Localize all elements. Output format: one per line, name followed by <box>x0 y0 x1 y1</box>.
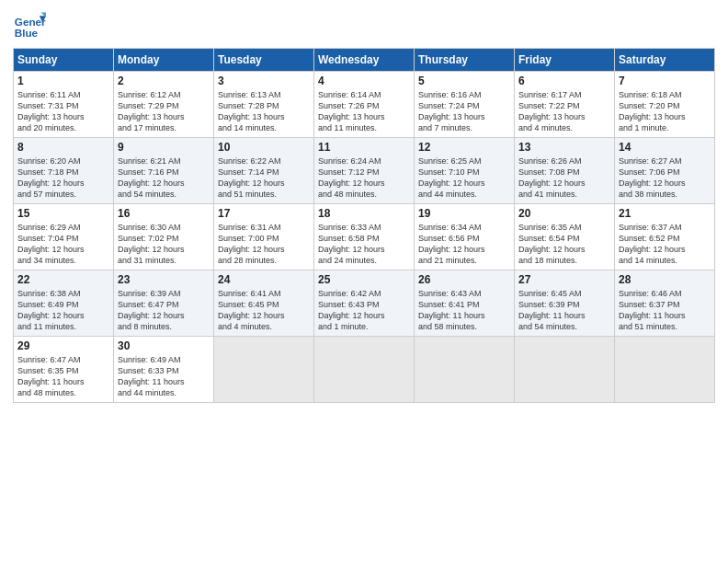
calendar-cell: 8Sunrise: 6:20 AMSunset: 7:18 PMDaylight… <box>14 138 114 204</box>
cell-info: Sunrise: 6:17 AMSunset: 7:22 PMDaylight:… <box>518 89 610 134</box>
day-number: 26 <box>418 273 510 286</box>
cell-info: Sunrise: 6:14 AMSunset: 7:26 PMDaylight:… <box>318 89 410 134</box>
day-number: 13 <box>518 141 610 154</box>
cell-info: Sunrise: 6:31 AMSunset: 7:00 PMDaylight:… <box>218 222 310 267</box>
day-number: 2 <box>118 75 210 87</box>
cell-info: Sunrise: 6:13 AMSunset: 7:28 PMDaylight:… <box>218 89 310 134</box>
cell-info: Sunrise: 6:49 AMSunset: 6:33 PMDaylight:… <box>118 354 210 399</box>
day-number: 20 <box>518 207 610 220</box>
svg-text:Blue: Blue <box>15 27 39 39</box>
calendar-cell: 21Sunrise: 6:37 AMSunset: 6:52 PMDayligh… <box>615 204 715 270</box>
calendar-cell: 13Sunrise: 6:26 AMSunset: 7:08 PMDayligh… <box>515 138 615 204</box>
day-number: 24 <box>218 273 310 286</box>
cell-info: Sunrise: 6:33 AMSunset: 6:58 PMDaylight:… <box>318 222 410 267</box>
cell-info: Sunrise: 6:25 AMSunset: 7:10 PMDaylight:… <box>418 155 510 201</box>
calendar-cell: 10Sunrise: 6:22 AMSunset: 7:14 PMDayligh… <box>214 138 314 204</box>
cell-info: Sunrise: 6:12 AMSunset: 7:29 PMDaylight:… <box>118 89 210 134</box>
day-header-wednesday: Wednesday <box>314 49 415 72</box>
calendar-cell: 3Sunrise: 6:13 AMSunset: 7:28 PMDaylight… <box>214 72 314 138</box>
cell-info: Sunrise: 6:22 AMSunset: 7:14 PMDaylight:… <box>218 155 310 201</box>
calendar-week-1: 1Sunrise: 6:11 AMSunset: 7:31 PMDaylight… <box>14 72 715 138</box>
day-number: 14 <box>619 141 711 154</box>
calendar-cell: 18Sunrise: 6:33 AMSunset: 6:58 PMDayligh… <box>314 204 415 270</box>
cell-info: Sunrise: 6:26 AMSunset: 7:08 PMDaylight:… <box>518 155 610 201</box>
header-row: General Blue <box>13 9 715 42</box>
calendar-cell: 15Sunrise: 6:29 AMSunset: 7:04 PMDayligh… <box>14 204 114 270</box>
calendar-cell: 12Sunrise: 6:25 AMSunset: 7:10 PMDayligh… <box>415 138 515 204</box>
cell-info: Sunrise: 6:37 AMSunset: 6:52 PMDaylight:… <box>619 222 711 267</box>
cell-info: Sunrise: 6:43 AMSunset: 6:41 PMDaylight:… <box>418 288 510 333</box>
calendar-cell: 17Sunrise: 6:31 AMSunset: 7:00 PMDayligh… <box>214 204 314 270</box>
cell-info: Sunrise: 6:30 AMSunset: 7:02 PMDaylight:… <box>118 222 210 267</box>
day-number: 3 <box>218 75 310 87</box>
cell-info: Sunrise: 6:24 AMSunset: 7:12 PMDaylight:… <box>318 155 410 201</box>
day-number: 22 <box>17 273 109 286</box>
calendar-cell: 27Sunrise: 6:45 AMSunset: 6:39 PMDayligh… <box>515 270 615 337</box>
calendar-cell: 4Sunrise: 6:14 AMSunset: 7:26 PMDaylight… <box>314 72 415 138</box>
calendar-cell: 1Sunrise: 6:11 AMSunset: 7:31 PMDaylight… <box>14 72 114 138</box>
day-number: 4 <box>318 75 410 87</box>
day-number: 27 <box>518 273 610 286</box>
cell-info: Sunrise: 6:42 AMSunset: 6:43 PMDaylight:… <box>318 288 410 333</box>
day-number: 15 <box>17 207 109 220</box>
day-number: 28 <box>619 273 711 286</box>
day-number: 11 <box>318 141 410 154</box>
day-header-friday: Friday <box>515 49 615 72</box>
cell-info: Sunrise: 6:29 AMSunset: 7:04 PMDaylight:… <box>17 222 109 267</box>
day-number: 12 <box>418 141 510 154</box>
calendar-week-4: 22Sunrise: 6:38 AMSunset: 6:49 PMDayligh… <box>14 270 715 337</box>
logo: General Blue <box>13 9 46 42</box>
day-header-sunday: Sunday <box>14 49 114 72</box>
calendar-cell: 24Sunrise: 6:41 AMSunset: 6:45 PMDayligh… <box>214 270 314 337</box>
day-number: 8 <box>17 141 109 154</box>
day-number: 23 <box>118 273 210 286</box>
day-number: 30 <box>118 339 210 352</box>
calendar-cell: 14Sunrise: 6:27 AMSunset: 7:06 PMDayligh… <box>615 138 715 204</box>
cell-info: Sunrise: 6:27 AMSunset: 7:06 PMDaylight:… <box>619 155 711 201</box>
calendar-week-5: 29Sunrise: 6:47 AMSunset: 6:35 PMDayligh… <box>14 337 715 403</box>
calendar-cell <box>515 337 615 403</box>
page-container: General Blue SundayMondayTuesdayWednesda… <box>0 0 728 410</box>
day-number: 18 <box>318 207 410 220</box>
cell-info: Sunrise: 6:34 AMSunset: 6:56 PMDaylight:… <box>418 222 510 267</box>
calendar-cell <box>214 337 314 403</box>
day-number: 6 <box>518 75 610 87</box>
calendar-cell: 30Sunrise: 6:49 AMSunset: 6:33 PMDayligh… <box>114 337 214 403</box>
calendar-cell: 7Sunrise: 6:18 AMSunset: 7:20 PMDaylight… <box>615 72 715 138</box>
cell-info: Sunrise: 6:21 AMSunset: 7:16 PMDaylight:… <box>118 155 210 201</box>
calendar-cell: 28Sunrise: 6:46 AMSunset: 6:37 PMDayligh… <box>615 270 715 337</box>
calendar-table: SundayMondayTuesdayWednesdayThursdayFrid… <box>13 48 715 403</box>
calendar-cell <box>415 337 515 403</box>
cell-info: Sunrise: 6:35 AMSunset: 6:54 PMDaylight:… <box>518 222 610 267</box>
cell-info: Sunrise: 6:38 AMSunset: 6:49 PMDaylight:… <box>17 288 109 333</box>
day-number: 29 <box>17 339 109 352</box>
day-number: 16 <box>118 207 210 220</box>
calendar-cell: 9Sunrise: 6:21 AMSunset: 7:16 PMDaylight… <box>114 138 214 204</box>
cell-info: Sunrise: 6:20 AMSunset: 7:18 PMDaylight:… <box>17 155 109 201</box>
day-header-thursday: Thursday <box>415 49 515 72</box>
cell-info: Sunrise: 6:47 AMSunset: 6:35 PMDaylight:… <box>17 354 109 399</box>
day-number: 17 <box>218 207 310 220</box>
day-number: 10 <box>218 141 310 154</box>
cell-info: Sunrise: 6:39 AMSunset: 6:47 PMDaylight:… <box>118 288 210 333</box>
day-header-tuesday: Tuesday <box>214 49 314 72</box>
calendar-cell: 20Sunrise: 6:35 AMSunset: 6:54 PMDayligh… <box>515 204 615 270</box>
calendar-week-3: 15Sunrise: 6:29 AMSunset: 7:04 PMDayligh… <box>14 204 715 270</box>
day-number: 19 <box>418 207 510 220</box>
day-header-saturday: Saturday <box>615 49 715 72</box>
day-header-monday: Monday <box>114 49 214 72</box>
day-number: 25 <box>318 273 410 286</box>
calendar-cell: 25Sunrise: 6:42 AMSunset: 6:43 PMDayligh… <box>314 270 415 337</box>
calendar-cell: 2Sunrise: 6:12 AMSunset: 7:29 PMDaylight… <box>114 72 214 138</box>
day-number: 9 <box>118 141 210 154</box>
calendar-cell: 5Sunrise: 6:16 AMSunset: 7:24 PMDaylight… <box>415 72 515 138</box>
day-number: 7 <box>619 75 711 87</box>
calendar-week-2: 8Sunrise: 6:20 AMSunset: 7:18 PMDaylight… <box>14 138 715 204</box>
calendar-cell: 19Sunrise: 6:34 AMSunset: 6:56 PMDayligh… <box>415 204 515 270</box>
cell-info: Sunrise: 6:11 AMSunset: 7:31 PMDaylight:… <box>17 89 109 134</box>
cell-info: Sunrise: 6:46 AMSunset: 6:37 PMDaylight:… <box>619 288 711 333</box>
day-number: 5 <box>418 75 510 87</box>
cell-info: Sunrise: 6:16 AMSunset: 7:24 PMDaylight:… <box>418 89 510 134</box>
day-number: 1 <box>17 75 109 87</box>
calendar-cell: 22Sunrise: 6:38 AMSunset: 6:49 PMDayligh… <box>14 270 114 337</box>
